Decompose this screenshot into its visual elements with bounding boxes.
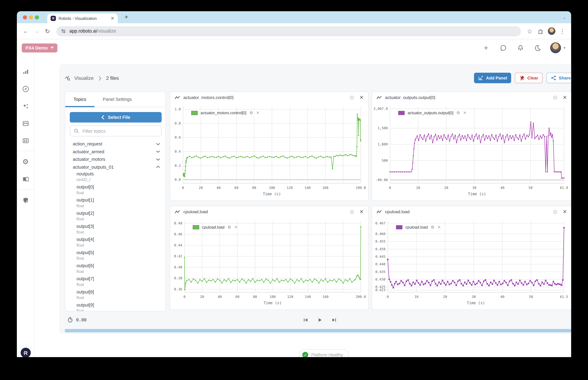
svg-text:40: 40: [218, 295, 222, 299]
chart-plot-area[interactable]: 0.360.380.400.420.440.460.48020406080100…: [170, 217, 368, 310]
legend-gear-icon[interactable]: ⚙: [249, 111, 253, 115]
field-name[interactable]: output[0]: [77, 184, 160, 190]
topic-field[interactable]: output[0]float: [77, 184, 160, 195]
panel-gear-icon[interactable]: ⚙: [553, 209, 558, 215]
topic-row[interactable]: actuator_outputs_01: [73, 163, 160, 171]
filter-topics-input[interactable]: [82, 128, 157, 134]
breadcrumb-visualize[interactable]: Visualize: [74, 75, 94, 81]
panel-close-icon[interactable]: ✕: [563, 95, 567, 100]
panel-gear-icon[interactable]: ⚙: [349, 95, 354, 100]
field-name[interactable]: output[3]: [77, 223, 160, 229]
topic-field[interactable]: output[7]float: [77, 276, 160, 287]
dark-mode-moon-icon[interactable]: [534, 44, 542, 52]
field-name[interactable]: output[2]: [77, 210, 160, 216]
panel-gear-icon[interactable]: ⚙: [349, 209, 354, 215]
legend-close-icon[interactable]: ✕: [234, 225, 238, 229]
browser-profile-avatar[interactable]: [546, 26, 556, 36]
user-avatar[interactable]: [550, 42, 561, 53]
topic-field[interactable]: output[5]float: [77, 249, 160, 261]
topic-row[interactable]: actuator_armed: [73, 148, 160, 155]
field-name[interactable]: output[7]: [77, 276, 160, 282]
field-name[interactable]: output[9]: [77, 302, 160, 308]
field-name[interactable]: output[4]: [77, 236, 160, 242]
topic-field[interactable]: output[2]float: [77, 210, 160, 221]
legend-close-icon[interactable]: ✕: [463, 111, 466, 115]
legend-gear-icon[interactable]: ⚙: [456, 111, 460, 115]
chart-panel-title: actuator_outputs.output[0]: [385, 95, 549, 100]
field-name[interactable]: output[1]: [77, 197, 160, 203]
nav-explore-compass-icon[interactable]: [17, 83, 34, 95]
topic-row[interactable]: actuator_motors: [73, 155, 160, 163]
chevron-down-icon[interactable]: [156, 143, 160, 145]
legend-gear-icon[interactable]: ⚙: [227, 225, 231, 229]
extensions-puzzle-icon[interactable]: [536, 26, 546, 36]
field-name[interactable]: output[6]: [77, 263, 160, 269]
breadcrumb-files[interactable]: 2 files: [106, 75, 119, 81]
nav-docs-book-icon[interactable]: [17, 173, 34, 185]
nav-store-icon[interactable]: [17, 118, 34, 129]
chart-plot-area[interactable]: -99.905001,0001,5002,097.90102030405061.…: [372, 103, 571, 200]
topic-row[interactable]: action_request: [73, 140, 160, 148]
browser-menu-kebab-icon[interactable]: ⋮: [557, 26, 568, 36]
new-tab-button[interactable]: +: [122, 13, 131, 22]
select-file-button[interactable]: Select File: [70, 112, 162, 123]
share-button[interactable]: Share: [547, 73, 571, 83]
org-selector[interactable]: PX4 Demo: [22, 43, 57, 52]
legend-close-icon[interactable]: ✕: [256, 111, 259, 115]
back-button[interactable]: ←: [20, 26, 31, 36]
skip-to-start-button[interactable]: [302, 317, 309, 323]
topic-field[interactable]: output[1]float: [77, 197, 160, 208]
chevron-down-icon[interactable]: [156, 150, 160, 153]
tab-close-icon[interactable]: ✕: [111, 16, 114, 20]
tab-topics[interactable]: Topics: [65, 92, 95, 107]
nav-ai-sparkles-icon[interactable]: [17, 100, 34, 112]
topic-field[interactable]: output[6]float: [77, 263, 160, 274]
field-name[interactable]: output[8]: [77, 289, 160, 295]
traffic-light-zoom[interactable]: [35, 15, 39, 19]
timeline-scrubber[interactable]: [65, 329, 571, 332]
chat-bubble-icon[interactable]: [499, 44, 507, 52]
field-type: float: [77, 242, 160, 248]
panel-close-icon[interactable]: ✕: [563, 209, 567, 214]
traffic-light-close[interactable]: [23, 15, 27, 19]
bookmark-star-icon[interactable]: ☆: [525, 26, 535, 36]
reload-button[interactable]: ↻: [42, 26, 52, 36]
topic-field[interactable]: output[3]float: [77, 223, 160, 235]
tabstrip-chevron-icon[interactable]: ⌄: [561, 14, 568, 20]
topic-field[interactable]: output[8]float: [77, 289, 160, 300]
nav-settings-gear-icon[interactable]: ⚙: [17, 156, 34, 167]
topic-field[interactable]: output[4]float: [77, 236, 160, 248]
add-panel-button[interactable]: Add Panel: [474, 73, 511, 83]
chart-plot-area[interactable]: 0.00.20.40.60.81.00204060801001201401601…: [170, 103, 368, 200]
nav-admin-shield-icon[interactable]: [17, 194, 34, 206]
legend-close-icon[interactable]: ✕: [437, 225, 441, 229]
browser-tab[interactable]: R Roboto - Visualization ✕: [47, 14, 118, 23]
field-name[interactable]: noutputs: [77, 171, 160, 177]
skip-to-end-button[interactable]: [331, 317, 338, 323]
panel-close-icon[interactable]: ✕: [359, 209, 364, 214]
filter-topics-field[interactable]: [70, 126, 162, 136]
nav-analytics-icon[interactable]: [17, 66, 34, 77]
address-bar[interactable]: app.roboto.ai/visualize: [56, 26, 521, 36]
panel-close-icon[interactable]: ✕: [359, 95, 364, 100]
panel-gear-icon[interactable]: ⚙: [553, 95, 558, 100]
create-plus-icon[interactable]: +: [482, 44, 490, 52]
chart-panel-body: 0.00.20.40.60.81.00204060801001201401601…: [170, 103, 368, 200]
topic-field[interactable]: output[9]float: [77, 302, 160, 311]
field-name[interactable]: output[5]: [77, 249, 160, 255]
chevron-up-icon[interactable]: [156, 166, 160, 168]
tab-panel-settings[interactable]: Panel Settings: [95, 92, 140, 107]
nav-panels-grid-icon[interactable]: [17, 135, 34, 146]
legend-gear-icon[interactable]: ⚙: [431, 225, 434, 229]
platform-status-badge[interactable]: ✓ Platform Healthy: [299, 349, 349, 357]
chevron-down-icon[interactable]: [156, 158, 160, 161]
user-menu-chevron-icon[interactable]: ▼: [563, 46, 566, 50]
chart-plot-area[interactable]: 0.4230.4250.4300.4350.4400.4450.4500.455…: [372, 217, 571, 310]
topic-field[interactable]: noutputsuint32_t: [77, 171, 160, 182]
clear-button[interactable]: Clear: [515, 73, 543, 83]
notifications-bell-icon[interactable]: [516, 44, 525, 52]
traffic-light-minimize[interactable]: [29, 15, 33, 19]
forward-button[interactable]: →: [32, 26, 42, 36]
play-button[interactable]: [316, 317, 323, 323]
site-controls-icon[interactable]: [61, 28, 66, 34]
